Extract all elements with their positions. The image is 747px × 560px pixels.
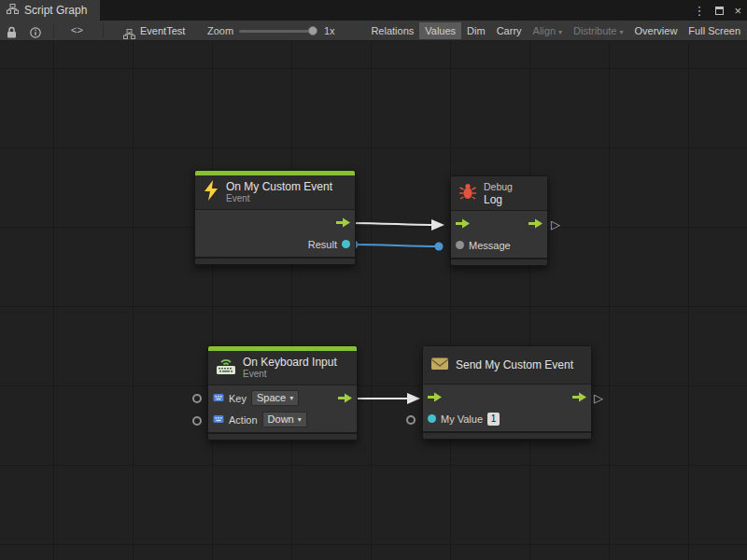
node-subtitle: Event: [226, 193, 332, 204]
port-label-action: Action: [229, 414, 258, 426]
port-label-message: Message: [469, 240, 511, 251]
connection-wires: [0, 41, 747, 560]
window-controls: ⋮ ×: [693, 0, 741, 21]
tab-title: Script Graph: [24, 4, 87, 17]
toolbar-separator: [53, 23, 54, 38]
wire-flow-keyboard-to-sendevent[interactable]: [349, 393, 420, 404]
value-input-port-message[interactable]: [456, 241, 464, 249]
toolbar-separator: [103, 23, 104, 38]
toolbar-buttons: Relations Values Dim Carry Align▾ Distri…: [365, 21, 746, 41]
flow-output-port[interactable]: [572, 392, 586, 402]
node-on-my-custom-event[interactable]: On My Custom Event Event Result: [194, 170, 356, 265]
node-subtitle: Event: [243, 369, 337, 380]
chevron-down-icon: ▾: [289, 392, 293, 404]
flow-output-port[interactable]: [338, 393, 352, 403]
close-icon[interactable]: ×: [734, 4, 741, 18]
zoom-label: Zoom: [207, 25, 233, 36]
port-label-my-value: My Value: [441, 413, 483, 425]
port-label-result: Result: [308, 239, 337, 250]
graph-canvas[interactable]: On My Custom Event Event Result Debug: [0, 41, 747, 560]
align-dropdown[interactable]: Align▾: [528, 22, 568, 39]
node-header: Debug Log: [451, 176, 547, 210]
value-input-port-my-value[interactable]: [428, 414, 436, 423]
chevron-down-icon: ▾: [558, 28, 562, 36]
node-footer: [423, 431, 591, 439]
info-icon[interactable]: [30, 25, 41, 42]
full-screen-button[interactable]: Full Screen: [683, 22, 746, 39]
node-send-my-custom-event[interactable]: Send My Custom Event My Value 1: [422, 345, 592, 440]
value-output-port-result[interactable]: [342, 240, 350, 248]
tab-bar: Script Graph ⋮ ×: [0, 0, 747, 21]
node-header: On Keyboard Input Event: [208, 351, 357, 385]
script-graph-icon: [7, 4, 19, 17]
flow-continuation-triangle[interactable]: ▷: [594, 392, 603, 405]
chevron-down-icon: ▾: [298, 413, 302, 426]
node-title: Log: [484, 193, 513, 206]
graph-toolbar: <> EventTest Zoom 1x Relations Values Di…: [0, 21, 747, 41]
tab-script-graph[interactable]: Script Graph: [0, 0, 100, 21]
key-dropdown[interactable]: Space ▾: [251, 390, 299, 406]
unconnected-port-ring-my-value[interactable]: [406, 415, 416, 425]
lightning-icon: [203, 180, 219, 204]
node-header: Send My Custom Event: [423, 346, 591, 384]
my-value-input[interactable]: 1: [487, 413, 500, 426]
flow-output-port[interactable]: [336, 217, 350, 228]
node-body: Result: [195, 209, 355, 257]
unconnected-port-ring-key[interactable]: [192, 394, 202, 403]
node-body: Message: [451, 210, 547, 258]
flow-continuation-triangle[interactable]: ▷: [551, 218, 560, 231]
lock-icon[interactable]: [7, 25, 17, 42]
node-namespace: Debug: [484, 181, 513, 193]
action-dropdown[interactable]: Down ▾: [262, 412, 307, 427]
unconnected-port-ring-action[interactable]: [192, 416, 202, 426]
carry-button[interactable]: Carry: [491, 22, 528, 39]
keyboard-icon: [216, 357, 236, 379]
distribute-dropdown[interactable]: Distribute▾: [568, 22, 628, 39]
maximize-icon[interactable]: [715, 7, 724, 15]
node-footer: [208, 432, 357, 440]
node-header: On My Custom Event Event: [195, 175, 355, 209]
overview-button[interactable]: Overview: [629, 22, 684, 39]
flow-input-port[interactable]: [428, 392, 442, 402]
keycode-type-icon: [213, 413, 224, 427]
node-title: On Keyboard Input: [243, 356, 337, 369]
node-body: Key Space ▾ Action Down ▾: [208, 385, 357, 432]
menu-icon[interactable]: ⋮: [693, 4, 705, 18]
port-label-key: Key: [229, 393, 247, 404]
node-footer: [451, 258, 547, 265]
bug-icon: [458, 182, 477, 204]
zoom-value: 1x: [324, 25, 335, 36]
node-body: My Value 1: [423, 384, 591, 431]
node-footer: [195, 257, 355, 264]
code-view-icon[interactable]: <>: [71, 24, 83, 35]
wire-value-result-to-message[interactable]: [350, 241, 444, 251]
values-button[interactable]: Values: [419, 22, 461, 39]
node-title: On My Custom Event: [226, 180, 332, 193]
chevron-down-icon: ▾: [620, 28, 624, 36]
flow-output-port[interactable]: [529, 218, 543, 229]
node-on-keyboard-input[interactable]: On Keyboard Input Event Key Space ▾: [207, 345, 358, 441]
node-title: Send My Custom Event: [456, 358, 573, 371]
breadcrumb-graph-name[interactable]: EventTest: [140, 25, 185, 36]
wire-flow-customevent-to-log[interactable]: [349, 219, 444, 231]
zoom-slider-handle[interactable]: [308, 26, 317, 35]
dim-button[interactable]: Dim: [461, 22, 491, 39]
custom-event-icon: [430, 355, 449, 375]
node-debug-log[interactable]: Debug Log Message: [450, 175, 548, 266]
zoom-slider[interactable]: [239, 30, 316, 33]
keycode-type-icon: [213, 392, 224, 405]
flow-input-port[interactable]: [456, 218, 470, 229]
relations-button[interactable]: Relations: [365, 22, 419, 39]
